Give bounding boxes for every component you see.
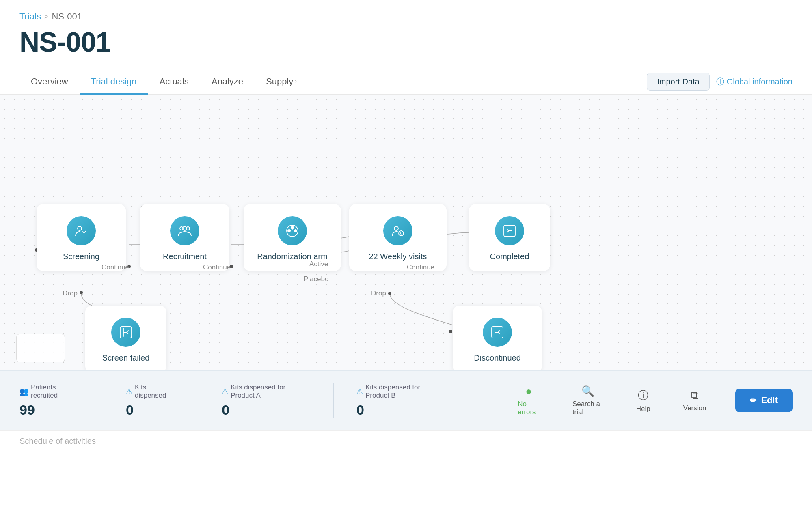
screening-icon bbox=[67, 216, 96, 245]
edge-label-continue-3: Continue bbox=[407, 263, 434, 271]
svg-point-14 bbox=[288, 230, 290, 232]
svg-point-20 bbox=[394, 226, 398, 230]
chevron-right-icon: › bbox=[295, 78, 297, 85]
version-action[interactable]: ⧉ Version bbox=[667, 389, 723, 412]
node-weekly-visits[interactable]: 22 Weekly visits bbox=[349, 204, 447, 271]
stat-kits-product-a: ⚠ Kits dispensed for Product A 0 bbox=[222, 383, 334, 418]
edge-label-drop-1: Drop bbox=[63, 289, 78, 297]
edge-label-active: Active bbox=[309, 260, 328, 268]
no-errors-action[interactable]: ● No errors bbox=[501, 385, 556, 416]
node-discontinued[interactable]: Discontinued bbox=[453, 306, 542, 370]
edit-button[interactable]: ✏ Edit bbox=[735, 389, 793, 412]
tab-supply[interactable]: Supply › bbox=[255, 70, 309, 95]
header: Trials > NS-001 NS-001 bbox=[0, 0, 812, 58]
stat-kits-dispensed: ⚠ Kits dispensed 0 bbox=[126, 383, 199, 418]
nav-bar: Overview Trial design Actuals Analyze Su… bbox=[0, 70, 812, 95]
edge-label-continue-2: Continue bbox=[203, 263, 231, 271]
patients-icon: 👥 bbox=[19, 387, 28, 396]
randomization-icon bbox=[278, 216, 307, 245]
completed-icon bbox=[495, 216, 524, 245]
kits-a-value: 0 bbox=[222, 402, 311, 418]
edge-label-drop-2: Drop bbox=[371, 289, 386, 297]
discontinued-label: Discontinued bbox=[474, 353, 521, 363]
global-information-button[interactable]: ⓘ Global information bbox=[716, 76, 793, 87]
flow-canvas: Screening Recruitment Ran bbox=[0, 95, 812, 370]
minimap[interactable] bbox=[16, 334, 65, 362]
svg-point-21 bbox=[399, 231, 404, 236]
completed-label: Completed bbox=[490, 252, 529, 261]
page-title: NS-001 bbox=[19, 26, 793, 58]
discontinued-icon bbox=[483, 318, 512, 347]
weekly-visits-label: 22 Weekly visits bbox=[369, 252, 427, 261]
tab-overview[interactable]: Overview bbox=[19, 70, 80, 95]
screening-label: Screening bbox=[63, 252, 99, 261]
schedule-label: Schedule of activities bbox=[19, 437, 96, 445]
import-data-button[interactable]: Import Data bbox=[647, 73, 709, 91]
nav-tabs: Overview Trial design Actuals Analyze Su… bbox=[19, 70, 309, 94]
kits-b-icon: ⚠ bbox=[356, 387, 363, 396]
screen-failed-icon bbox=[111, 318, 140, 347]
help-action[interactable]: ⓘ Help bbox=[620, 388, 667, 413]
info-icon: ⓘ bbox=[716, 76, 724, 87]
breadcrumb-current: NS-001 bbox=[52, 11, 82, 22]
help-icon: ⓘ bbox=[638, 388, 648, 402]
breadcrumb-trials[interactable]: Trials bbox=[19, 11, 41, 22]
tab-actuals[interactable]: Actuals bbox=[148, 70, 200, 95]
node-recruitment[interactable]: Recruitment bbox=[140, 204, 229, 271]
check-circle-icon: ● bbox=[525, 385, 532, 398]
recruitment-label: Recruitment bbox=[163, 252, 207, 261]
breadcrumb: Trials > NS-001 bbox=[19, 11, 793, 22]
svg-point-9 bbox=[78, 226, 82, 230]
nav-actions: Import Data ⓘ Global information bbox=[647, 73, 793, 91]
edit-icon: ✏ bbox=[750, 396, 757, 405]
edge-label-continue-1: Continue bbox=[102, 263, 129, 271]
search-icon: 🔍 bbox=[581, 385, 594, 398]
search-trial-action[interactable]: 🔍 Search a trial bbox=[556, 385, 620, 416]
kits-b-value: 0 bbox=[356, 402, 446, 418]
stat-patients-recruited: 👥 Patients recruited 99 bbox=[19, 383, 103, 418]
breadcrumb-separator: > bbox=[44, 13, 49, 21]
screen-failed-label: Screen failed bbox=[102, 353, 150, 363]
kits-icon: ⚠ bbox=[126, 387, 132, 396]
node-screen-failed[interactable]: Screen failed bbox=[85, 306, 166, 370]
edge-label-placebo: Placebo bbox=[304, 275, 328, 283]
patients-value: 99 bbox=[19, 402, 80, 418]
weekly-visits-icon bbox=[383, 216, 412, 245]
bottom-actions: ● No errors 🔍 Search a trial ⓘ Help ⧉ Ve… bbox=[501, 385, 722, 416]
node-screening[interactable]: Screening bbox=[37, 204, 126, 271]
node-completed[interactable]: Completed bbox=[469, 204, 550, 271]
kits-a-icon: ⚠ bbox=[222, 387, 228, 396]
stat-kits-product-b: ⚠ Kits dispensed for Product B 0 bbox=[356, 383, 469, 418]
divider bbox=[485, 384, 485, 417]
recruitment-icon bbox=[170, 216, 199, 245]
bottom-bar: 👥 Patients recruited 99 ⚠ Kits dispensed… bbox=[0, 370, 812, 430]
tab-trial-design[interactable]: Trial design bbox=[80, 70, 148, 95]
layers-icon: ⧉ bbox=[691, 389, 699, 402]
svg-point-15 bbox=[291, 226, 294, 229]
kits-value: 0 bbox=[126, 402, 176, 418]
tab-analyze[interactable]: Analyze bbox=[200, 70, 255, 95]
